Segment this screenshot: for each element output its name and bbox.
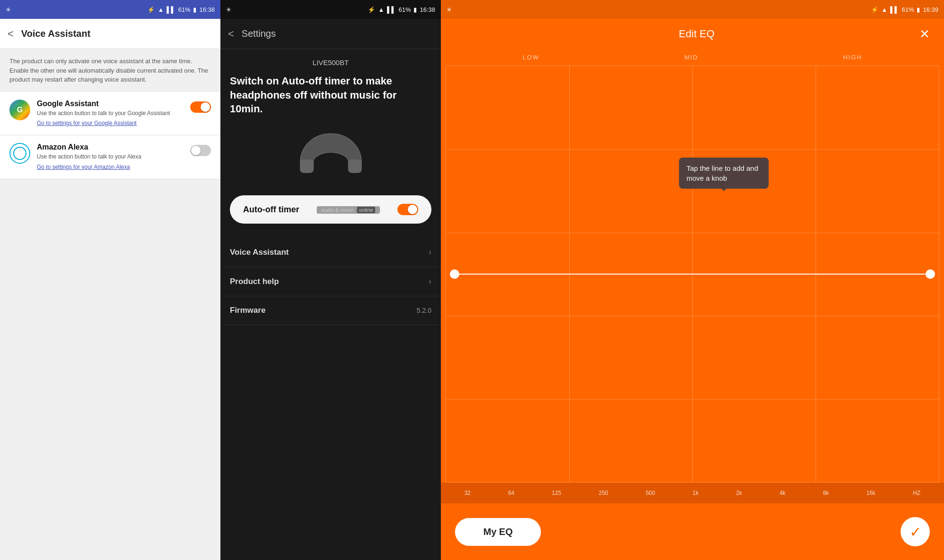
grid-line-h2 [446,233,939,233]
headphone-section: LIVE500BT Switch on Auto-off timer to ma… [220,49,441,238]
clock-p2: 16:38 [420,6,435,13]
grid-line-h4 [446,399,939,400]
battery-level: 61% [178,6,190,13]
amazon-alexa-toggle-container [190,145,211,156]
snowflake-icon: ✳ [6,6,11,13]
eq-canvas[interactable]: Tap the line to add and move a knob [446,66,939,483]
bluetooth-icon-p2: ⚡ [368,6,375,13]
watermark-highlight: online [357,207,375,213]
grid-line-h1 [446,149,939,150]
freq-250: 250 [599,490,608,496]
eq-name-input[interactable]: My EQ [455,518,541,546]
signal-icon: ▌▌ [167,6,175,13]
bluetooth-icon-p3: ⚡ [871,6,878,13]
google-assistant-logo: G [9,100,30,120]
eq-close-button[interactable]: ✕ [919,27,930,42]
google-assistant-link[interactable]: Go to settings for your Google Assistant [37,119,184,127]
auto-off-label: Auto-off timer [243,205,299,215]
bluetooth-icon: ⚡ [147,6,155,13]
freq-64: 64 [508,490,514,496]
google-assistant-desc: Use the action button to talk to your Go… [37,109,184,117]
eq-knob-left[interactable] [450,269,459,279]
google-assistant-toggle-container [190,101,211,113]
eq-bottom-bar: My EQ ✓ [441,503,944,560]
battery-level-p2: 61% [398,6,411,13]
eq-tooltip: Tap the line to add and move a knob [679,158,769,189]
clock: 16:38 [199,6,215,13]
eq-freq-bar: 32 64 125 250 500 1k 2k 4k 8k 16k HZ [441,483,944,503]
battery-level-p3: 61% [902,6,914,13]
menu-item-voice-assistant[interactable]: Voice Assistant › [220,238,441,267]
toggle-knob-alexa [191,146,201,155]
google-assistant-name: Google Assistant [37,100,184,108]
freq-16k: 16k [866,490,875,496]
clock-p3: 16:39 [923,6,938,13]
amazon-alexa-toggle[interactable] [190,145,211,156]
svg-text:G: G [17,106,23,114]
watermark-wrapper: audio & vision online [317,205,380,214]
freq-500: 500 [646,490,655,496]
headphone-image [293,126,369,180]
freq-8k: 8k [823,490,829,496]
settings-top-bar: < Settings [220,19,441,49]
status-bar-panel2: ✳ ⚡ ▲ ▌▌ 61% ▮ 16:38 [220,0,441,19]
amazon-alexa-logo [9,143,30,164]
grid-line-h3 [446,316,939,316]
battery-icon-p3: ▮ [917,6,920,13]
amazon-alexa-name: Amazon Alexa [37,143,184,151]
battery-icon: ▮ [193,6,196,13]
page-title-panel1: Voice Assistant [21,28,91,39]
edit-eq-panel: ✳ ⚡ ▲ ▌▌ 61% ▮ 16:39 Edit EQ ✕ LOW MID H… [441,0,944,560]
eq-title: Edit EQ [474,28,919,40]
snowflake-icon-p3: ✳ [447,6,452,13]
alexa-inner-icon [13,147,26,160]
eq-line[interactable] [453,274,932,275]
toggle-knob-google [201,102,210,112]
status-bar-panel1: ✳ ⚡ ▲ ▌▌ 61% ▮ 16:38 [0,0,220,19]
google-logo-svg: G [13,103,26,117]
back-button-settings[interactable]: < [228,28,234,40]
eq-confirm-button[interactable]: ✓ [901,517,930,546]
amazon-alexa-item: Amazon Alexa Use the action button to ta… [0,135,220,179]
freq-4k: 4k [779,490,785,496]
google-assistant-toggle[interactable] [190,101,211,113]
eq-top-bar: Edit EQ ✕ [441,19,944,49]
amazon-alexa-link[interactable]: Go to settings for your Amazon Alexa [37,163,184,171]
wifi-icon: ▲ [158,6,164,13]
firmware-version: 5.2.0 [417,307,431,314]
device-name: LIVE500BT [312,59,349,67]
eq-bands-header: LOW MID HIGH [441,49,944,66]
freq-125: 125 [552,490,561,496]
wifi-icon-p2: ▲ [378,6,384,13]
voice-assistant-panel: ✳ ⚡ ▲ ▌▌ 61% ▮ 16:38 < Voice Assistant T… [0,0,220,560]
freq-2k: 2k [736,490,742,496]
google-assistant-info: Google Assistant Use the action button t… [37,100,184,128]
checkmark-icon: ✓ [910,524,921,540]
settings-panel: ✳ ⚡ ▲ ▌▌ 61% ▮ 16:38 < Settings LIVE500B… [220,0,441,560]
amazon-alexa-info: Amazon Alexa Use the action button to ta… [37,143,184,171]
signal-icon-p2: ▌▌ [387,6,396,13]
back-button-panel1[interactable]: < [8,28,14,40]
watermark: audio & vision online [317,206,380,214]
freq-1k: 1k [692,490,699,496]
svg-rect-2 [300,159,313,173]
menu-item-product-help[interactable]: Product help › [220,267,441,296]
auto-off-timer-row: Auto-off timer audio & vision online [230,195,431,224]
eq-knob-right[interactable] [926,269,935,279]
toggle-knob-autoff [408,205,417,214]
auto-off-toggle[interactable] [397,204,418,215]
eq-band-high: HIGH [843,54,862,61]
battery-icon-p2: ▮ [413,6,417,13]
top-bar-panel1: < Voice Assistant [0,19,220,49]
page-title-settings: Settings [242,28,276,39]
snowflake-icon-p2: ✳ [226,6,231,13]
menu-item-firmware[interactable]: Firmware 5.2.0 [220,296,441,325]
google-assistant-item: G Google Assistant Use the action button… [0,92,220,136]
signal-icon-p3: ▌▌ [890,6,899,13]
wifi-icon-p3: ▲ [881,6,887,13]
freq-32: 32 [464,490,471,496]
menu-label-product-help: Product help [230,277,279,286]
freq-hz: HZ [913,490,920,496]
svg-rect-3 [348,159,362,173]
headphone-svg [293,126,369,178]
